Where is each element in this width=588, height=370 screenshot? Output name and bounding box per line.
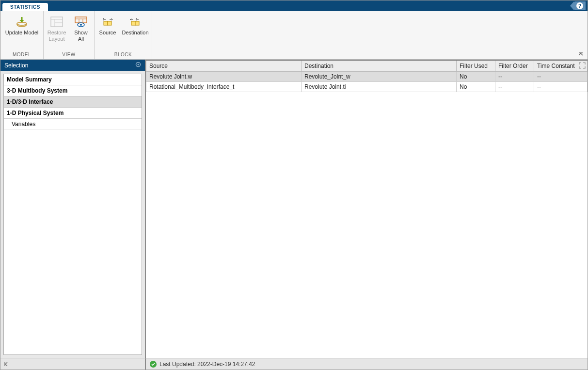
tree-item-model-summary[interactable]: Model Summary: [4, 74, 142, 85]
svg-rect-14: [135, 21, 139, 25]
tab-strip: STATISTICS ?: [0, 0, 588, 11]
tree-item-variables[interactable]: Variables: [4, 119, 142, 130]
status-text: Last Updated: 2022-Dec-19 14:27:42: [159, 361, 255, 368]
help-icon: ?: [576, 2, 583, 9]
cell-filter-order: --: [495, 82, 534, 92]
cell-source: Rotational_Multibody_Interface_t: [146, 82, 302, 92]
status-right: Last Updated: 2022-Dec-19 14:27:42: [146, 361, 255, 368]
ribbon-group-model: Update Model MODEL: [0, 11, 44, 59]
destination-icon: [121, 15, 150, 29]
cell-time-constant: --: [534, 72, 588, 82]
selection-panel-title: Selection: [4, 62, 28, 69]
cell-filter-used: No: [457, 72, 495, 82]
main-area: Selection Model Summary 3-D Multibody Sy…: [0, 60, 588, 358]
svg-point-17: [138, 64, 139, 65]
col-filter-order[interactable]: Filter Order: [495, 60, 534, 72]
table-row[interactable]: Revolute Joint.w Revolute_Joint_w No -- …: [146, 72, 588, 82]
ribbon-spacer: [152, 11, 588, 59]
cell-destination: Revolute_Joint_w: [302, 72, 457, 82]
svg-rect-11: [104, 21, 108, 25]
prev-page-icon[interactable]: [3, 361, 9, 367]
collapse-ribbon-button[interactable]: [578, 51, 584, 57]
tree-item-3d-multibody[interactable]: 3-D Multibody System: [4, 85, 142, 97]
svg-rect-1: [51, 17, 63, 27]
status-left: [0, 358, 146, 370]
cell-destination: Revolute Joint.ti: [302, 82, 457, 92]
source-button[interactable]: Source: [95, 12, 120, 51]
ribbon-group-model-label: MODEL: [1, 51, 42, 59]
col-source[interactable]: Source: [146, 60, 302, 72]
show-all-icon: [70, 15, 92, 29]
destination-button[interactable]: Destination: [120, 12, 151, 51]
selection-tree: Model Summary 3-D Multibody System 1-D/3…: [3, 74, 142, 355]
selection-panel: Selection Model Summary 3-D Multibody Sy…: [0, 60, 146, 358]
status-ok-icon: [150, 361, 157, 368]
tree-item-1d-physical[interactable]: 1-D Physical System: [4, 108, 142, 119]
status-bar: Last Updated: 2022-Dec-19 14:27:42: [0, 358, 588, 370]
col-destination[interactable]: Destination: [302, 60, 457, 72]
source-label: Source: [96, 30, 119, 36]
svg-point-0: [17, 22, 27, 25]
tree-item-1d3d-interface[interactable]: 1-D/3-D Interface: [4, 97, 142, 108]
svg-point-10: [80, 24, 82, 26]
show-all-label: ShowAll: [70, 30, 92, 42]
interface-table: Source Destination Filter Used Filter Or…: [146, 60, 588, 92]
cell-filter-used: No: [457, 82, 495, 92]
cell-filter-order: --: [495, 72, 534, 82]
table-header-row: Source Destination Filter Used Filter Or…: [146, 60, 588, 72]
svg-rect-5: [75, 17, 87, 23]
help-button[interactable]: ?: [574, 1, 586, 10]
destination-label: Destination: [121, 30, 150, 36]
ribbon-group-block: Source Destination BLOCK: [95, 11, 152, 59]
tab-statistics[interactable]: STATISTICS: [2, 3, 48, 11]
ribbon-group-view-label: VIEW: [45, 51, 93, 59]
show-all-button[interactable]: ShowAll: [69, 12, 93, 51]
svg-rect-12: [108, 21, 111, 25]
update-model-button[interactable]: Update Model: [1, 12, 42, 51]
col-filter-used[interactable]: Filter Used: [457, 60, 495, 72]
restore-layout-label: RestoreLayout: [46, 30, 68, 42]
details-panel: Source Destination Filter Used Filter Or…: [146, 60, 588, 358]
ribbon-group-block-label: BLOCK: [95, 51, 151, 59]
cell-source: Revolute Joint.w: [146, 72, 302, 82]
update-model-label: Update Model: [2, 30, 41, 36]
selection-panel-header: Selection: [0, 60, 145, 71]
svg-rect-13: [131, 21, 135, 25]
update-model-icon: [2, 15, 41, 29]
source-icon: [96, 15, 119, 29]
cell-time-constant: --: [534, 82, 588, 92]
panel-options-icon[interactable]: [135, 62, 141, 69]
maximize-panel-icon[interactable]: [579, 62, 586, 69]
restore-layout-button: RestoreLayout: [45, 12, 69, 51]
table-row[interactable]: Rotational_Multibody_Interface_t Revolut…: [146, 82, 588, 92]
restore-layout-icon: [46, 15, 68, 29]
ribbon: Update Model MODEL RestoreLayout: [0, 11, 588, 60]
ribbon-group-view: RestoreLayout ShowAll: [44, 11, 95, 59]
